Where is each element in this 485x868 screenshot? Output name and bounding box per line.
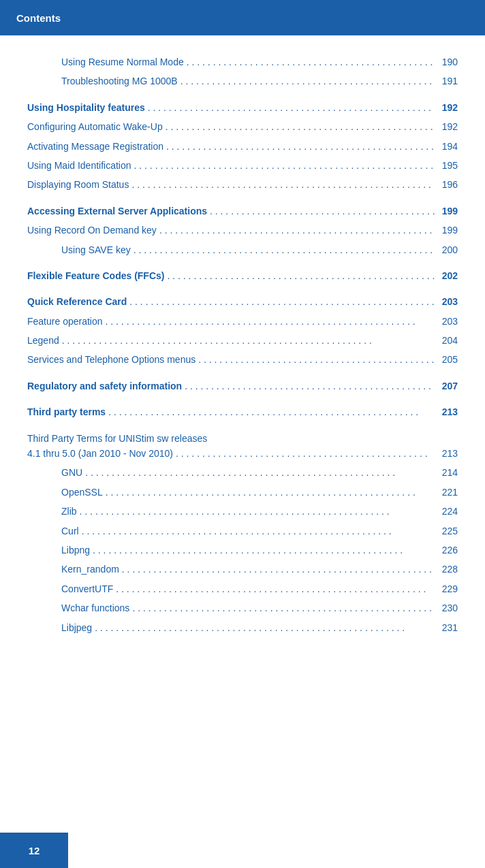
toc-entry-displaying-room: Displaying Room Status. . . . . . . . . …: [27, 177, 458, 192]
toc-label-troubleshooting-mg: Troubleshooting MG 1000B: [61, 74, 178, 89]
toc-label-displaying-room: Displaying Room Status: [27, 177, 129, 192]
toc-entry-third-party: Third party terms. . . . . . . . . . . .…: [27, 404, 458, 419]
toc-label-libpng: Libpng: [61, 543, 90, 558]
content-area: Using Resume Normal Mode. . . . . . . . …: [0, 35, 485, 680]
toc-dots-convertutf: . . . . . . . . . . . . . . . . . . . . …: [116, 581, 435, 596]
toc-dots-services-tel: . . . . . . . . . . . . . . . . . . . . …: [198, 352, 435, 367]
header-bar: Contents: [0, 0, 485, 35]
toc-spacer: [27, 261, 458, 268]
toc-page-gnu: 214: [437, 465, 458, 480]
toc-dots-ffc: . . . . . . . . . . . . . . . . . . . . …: [167, 268, 435, 283]
toc-dots-record-on-demand: . . . . . . . . . . . . . . . . . . . . …: [159, 223, 435, 238]
toc-entry-record-on-demand: Using Record On Demand key. . . . . . . …: [27, 223, 458, 238]
toc-entry-resume-normal: Using Resume Normal Mode. . . . . . . . …: [27, 54, 458, 69]
toc-entry-regulatory: Regulatory and safety information. . . .…: [27, 379, 458, 393]
toc-page-convertutf: 229: [437, 581, 458, 596]
toc-entry-services-tel: Services and Telephone Options menus. . …: [27, 352, 458, 367]
toc-entry-kern-random: Kern_random. . . . . . . . . . . . . . .…: [27, 562, 458, 577]
toc-label-zlib: Zlib: [61, 504, 77, 519]
toc-page-feature-op: 203: [437, 314, 458, 329]
toc-page-zlib: 224: [437, 504, 458, 519]
toc-dots-resume-normal: . . . . . . . . . . . . . . . . . . . . …: [187, 54, 435, 69]
toc-page-external-server: 199: [437, 204, 458, 219]
toc-dots-gnu: . . . . . . . . . . . . . . . . . . . . …: [85, 465, 435, 480]
toc-page-services-tel: 205: [437, 352, 458, 367]
toc-entry-hospitality: Using Hospitality features. . . . . . . …: [27, 100, 458, 115]
toc-entry-gnu: GNU. . . . . . . . . . . . . . . . . . .…: [27, 465, 458, 480]
toc-entry-troubleshooting-mg: Troubleshooting MG 1000B. . . . . . . . …: [27, 74, 458, 89]
toc-entry-external-server: Accessing External Server Applications. …: [27, 204, 458, 219]
toc-entry-configuring-wakeup: Configuring Automatic Wake-Up. . . . . .…: [27, 119, 458, 134]
toc-dots-wchar: . . . . . . . . . . . . . . . . . . . . …: [132, 600, 435, 615]
toc-entry-quick-ref: Quick Reference Card. . . . . . . . . . …: [27, 294, 458, 309]
toc-label-save-key: Using SAVE key: [61, 242, 131, 257]
toc-page-configuring-wakeup: 192: [437, 119, 458, 134]
toc-dots-activating-message: . . . . . . . . . . . . . . . . . . . . …: [166, 139, 435, 154]
toc-page-curl: 225: [437, 524, 458, 539]
toc-entry-feature-op: Feature operation. . . . . . . . . . . .…: [27, 314, 458, 329]
toc-dots-legend: . . . . . . . . . . . . . . . . . . . . …: [62, 333, 435, 348]
toc-entry-activating-message: Activating Message Registration. . . . .…: [27, 139, 458, 154]
toc-spacer: [27, 372, 458, 379]
toc-dots-libjpeg: . . . . . . . . . . . . . . . . . . . . …: [95, 620, 435, 635]
header-title: Contents: [16, 12, 61, 24]
toc-page-activating-message: 194: [437, 139, 458, 154]
toc-page-legend: 204: [437, 333, 458, 348]
toc-label-libjpeg: Libjpeg: [61, 620, 92, 635]
footer-page: 12: [29, 845, 40, 856]
toc-spacer: [27, 197, 458, 204]
toc-entry-wchar: Wchar functions. . . . . . . . . . . . .…: [27, 600, 458, 615]
toc-page-resume-normal: 190: [437, 54, 458, 69]
toc-label-resume-normal: Using Resume Normal Mode: [61, 54, 184, 69]
toc-page-openssl: 221: [437, 485, 458, 500]
toc-dots-troubleshooting-mg: . . . . . . . . . . . . . . . . . . . . …: [181, 74, 435, 89]
toc-dots-hospitality: . . . . . . . . . . . . . . . . . . . . …: [148, 100, 435, 115]
toc-page-libjpeg: 231: [437, 620, 458, 635]
toc-entry-curl: Curl. . . . . . . . . . . . . . . . . . …: [27, 524, 458, 539]
toc-dots-quick-ref: . . . . . . . . . . . . . . . . . . . . …: [129, 294, 435, 309]
toc-label-kern-random: Kern_random: [61, 562, 119, 577]
toc-label-configuring-wakeup: Configuring Automatic Wake-Up: [27, 119, 163, 134]
toc-label-ffc: Flexible Feature Codes (FFCs): [27, 268, 164, 283]
toc-label-maid-identification: Using Maid Identification: [27, 158, 131, 173]
toc-spacer: [27, 93, 458, 100]
toc-label-gnu: GNU: [61, 465, 82, 480]
toc-label-wchar: Wchar functions: [61, 600, 129, 615]
toc-entry-maid-identification: Using Maid Identification. . . . . . . .…: [27, 158, 458, 173]
toc-dots-third-party: . . . . . . . . . . . . . . . . . . . . …: [108, 404, 435, 419]
toc-entry-legend: Legend. . . . . . . . . . . . . . . . . …: [27, 333, 458, 348]
toc-entry-third-party-terms: Third Party Terms for UNIStim sw release…: [27, 431, 458, 462]
toc-page-wchar: 230: [437, 600, 458, 615]
toc-label-curl: Curl: [61, 524, 79, 539]
toc-label-feature-op: Feature operation: [27, 314, 103, 329]
toc-entry-openssl: OpenSSL. . . . . . . . . . . . . . . . .…: [27, 485, 458, 500]
toc-page-third-party: 213: [437, 404, 458, 419]
toc-page-troubleshooting-mg: 191: [437, 74, 458, 89]
toc-dots-configuring-wakeup: . . . . . . . . . . . . . . . . . . . . …: [166, 119, 435, 134]
toc-label-regulatory: Regulatory and safety information: [27, 379, 182, 393]
toc-dots-save-key: . . . . . . . . . . . . . . . . . . . . …: [134, 242, 435, 257]
toc-dots-libpng: . . . . . . . . . . . . . . . . . . . . …: [93, 543, 435, 558]
footer-bar: 12: [0, 833, 68, 868]
toc-page-hospitality: 192: [437, 100, 458, 115]
toc-label-external-server: Accessing External Server Applications: [27, 204, 207, 219]
toc-entry-libjpeg: Libjpeg. . . . . . . . . . . . . . . . .…: [27, 620, 458, 635]
toc-page-kern-random: 228: [437, 562, 458, 577]
toc-entry-convertutf: ConvertUTF. . . . . . . . . . . . . . . …: [27, 581, 458, 596]
toc-entry-libpng: Libpng. . . . . . . . . . . . . . . . . …: [27, 543, 458, 558]
toc-page-ffc: 202: [437, 268, 458, 283]
toc-spacer: [27, 424, 458, 431]
toc-spacer: [27, 287, 458, 294]
toc-page-libpng: 226: [437, 543, 458, 558]
toc-dots-maid-identification: . . . . . . . . . . . . . . . . . . . . …: [134, 158, 435, 173]
toc-label-openssl: OpenSSL: [61, 485, 103, 500]
toc-page-maid-identification: 195: [437, 158, 458, 173]
toc-dots-kern-random: . . . . . . . . . . . . . . . . . . . . …: [122, 562, 435, 577]
toc-entry-save-key: Using SAVE key. . . . . . . . . . . . . …: [27, 242, 458, 257]
toc-dots-curl: . . . . . . . . . . . . . . . . . . . . …: [82, 524, 435, 539]
toc-label-third-party: Third party terms: [27, 404, 106, 419]
toc-page-displaying-room: 196: [437, 177, 458, 192]
toc-page-save-key: 200: [437, 242, 458, 257]
toc-entry-zlib: Zlib. . . . . . . . . . . . . . . . . . …: [27, 504, 458, 519]
toc-label-convertutf: ConvertUTF: [61, 581, 113, 596]
